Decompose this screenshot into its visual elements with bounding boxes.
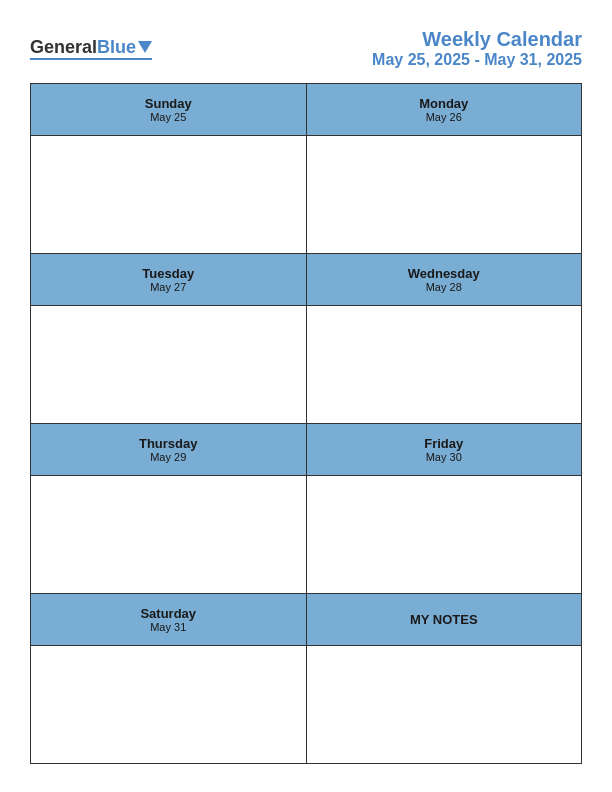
content-row-1 (31, 136, 581, 254)
monday-date: May 26 (426, 111, 462, 123)
wednesday-content[interactable] (307, 306, 582, 423)
notes-label: MY NOTES (410, 612, 478, 627)
tuesday-name: Tuesday (142, 266, 194, 281)
friday-header: Friday May 30 (307, 424, 582, 475)
calendar-title: Weekly Calendar (372, 28, 582, 51)
thursday-content[interactable] (31, 476, 307, 593)
thursday-header: Thursday May 29 (31, 424, 307, 475)
wednesday-name: Wednesday (408, 266, 480, 281)
logo-text: General Blue (30, 38, 152, 56)
thursday-name: Thursday (139, 436, 198, 451)
content-row-2 (31, 306, 581, 424)
monday-content[interactable] (307, 136, 582, 253)
friday-content[interactable] (307, 476, 582, 593)
header-row-1: Sunday May 25 Monday May 26 (31, 84, 581, 136)
header-row-3: Thursday May 29 Friday May 30 (31, 424, 581, 476)
saturday-content[interactable] (31, 646, 307, 763)
header-row-4: Saturday May 31 MY NOTES (31, 594, 581, 646)
saturday-date: May 31 (150, 621, 186, 633)
sunday-header: Sunday May 25 (31, 84, 307, 135)
calendar-grid: Sunday May 25 Monday May 26 Tuesday May … (30, 83, 582, 764)
wednesday-header: Wednesday May 28 (307, 254, 582, 305)
sunday-name: Sunday (145, 96, 192, 111)
thursday-date: May 29 (150, 451, 186, 463)
wednesday-date: May 28 (426, 281, 462, 293)
logo: General Blue (30, 38, 152, 60)
monday-name: Monday (419, 96, 468, 111)
content-row-3 (31, 476, 581, 594)
logo-underline (30, 58, 152, 60)
friday-date: May 30 (426, 451, 462, 463)
sunday-date: May 25 (150, 111, 186, 123)
monday-header: Monday May 26 (307, 84, 582, 135)
notes-header: MY NOTES (307, 594, 582, 645)
header: General Blue Weekly Calendar May 25, 202… (30, 28, 582, 69)
tuesday-header: Tuesday May 27 (31, 254, 307, 305)
page: General Blue Weekly Calendar May 25, 202… (0, 0, 612, 792)
logo-triangle-icon (138, 41, 152, 53)
title-container: Weekly Calendar May 25, 2025 - May 31, 2… (372, 28, 582, 69)
sunday-content[interactable] (31, 136, 307, 253)
tuesday-date: May 27 (150, 281, 186, 293)
header-row-2: Tuesday May 27 Wednesday May 28 (31, 254, 581, 306)
logo-general: General (30, 38, 97, 56)
notes-content[interactable] (307, 646, 582, 763)
logo-blue: Blue (97, 38, 136, 56)
calendar-date-range: May 25, 2025 - May 31, 2025 (372, 51, 582, 69)
content-row-4 (31, 646, 581, 763)
friday-name: Friday (424, 436, 463, 451)
tuesday-content[interactable] (31, 306, 307, 423)
saturday-name: Saturday (140, 606, 196, 621)
saturday-header: Saturday May 31 (31, 594, 307, 645)
